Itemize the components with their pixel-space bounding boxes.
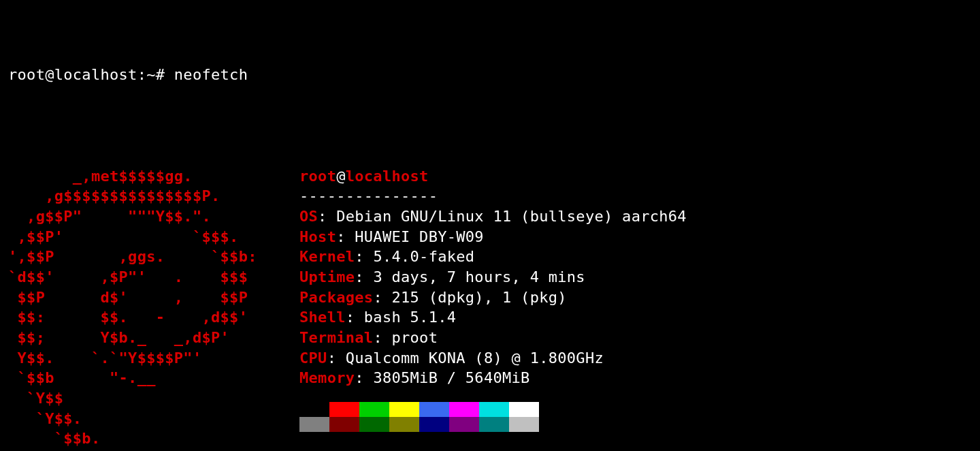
info-label-memory: Memory <box>299 369 355 386</box>
logo-line: ,g$$P" """Y$$.". <box>8 208 211 225</box>
swatch <box>419 402 449 417</box>
prompt-user-host: root@localhost <box>8 66 137 83</box>
prompt-sigil: # <box>156 66 165 83</box>
swatch <box>449 417 479 432</box>
header-dashes: --------------- <box>299 187 438 204</box>
swatch <box>509 402 539 417</box>
prompt-path: ~ <box>146 66 156 83</box>
swatch-row-dim <box>299 417 539 432</box>
info-label-kernel: Kernel <box>299 248 355 265</box>
info-sep: : <box>355 369 373 386</box>
swatch <box>479 417 509 432</box>
info-sep: : <box>336 228 355 245</box>
swatch <box>389 402 419 417</box>
swatch <box>509 417 539 432</box>
header-user: root <box>299 168 336 185</box>
swatch <box>479 402 509 417</box>
swatch <box>359 417 389 432</box>
info-sep: : <box>373 329 391 346</box>
swatch <box>359 402 389 417</box>
logo-line: `d$$' ,$P"' . $$$ <box>8 268 248 285</box>
color-swatches <box>299 402 687 432</box>
prompt-line-1: root@localhost:~# neofetch <box>8 65 972 85</box>
prompt-sep: : <box>137 66 147 83</box>
info-sep: : <box>327 349 346 367</box>
info-value-os: Debian GNU/Linux 11 (bullseye) aarch64 <box>336 208 687 225</box>
info-sep: : <box>318 208 336 225</box>
logo-line: $$: $$. - ,d$$' <box>8 309 248 326</box>
info-value-kernel: 5.4.0-faked <box>373 248 474 265</box>
info-label-host: Host <box>299 228 336 245</box>
info-value-cpu: Qualcomm KONA (8) @ 1.800GHz <box>346 349 604 367</box>
header-at: @ <box>336 168 346 185</box>
info-label-cpu: CPU <box>299 349 327 367</box>
info-value-packages: 215 (dpkg), 1 (pkg) <box>391 289 566 306</box>
swatch <box>299 402 329 417</box>
prompt-command: neofetch <box>174 66 248 83</box>
info-sep: : <box>355 248 373 265</box>
neofetch-info: root@localhost --------------- OS: Debia… <box>294 146 687 451</box>
swatch <box>419 417 449 432</box>
info-sep: : <box>346 309 364 326</box>
logo-line: Y$$. `.`"Y$$$$P"' <box>8 349 201 367</box>
logo-line: $$; Y$b._ _,d$P' <box>8 329 229 346</box>
info-label-uptime: Uptime <box>299 268 355 285</box>
info-label-shell: Shell <box>299 309 346 326</box>
logo-line: ,$$P' `$$$. <box>8 228 239 245</box>
terminal[interactable]: root@localhost:~# neofetch _,met$$$$$gg.… <box>0 0 980 451</box>
swatch <box>299 417 329 432</box>
logo-line: ',$$P ,ggs. `$$b: <box>8 248 257 265</box>
info-value-terminal: proot <box>391 329 438 346</box>
distro-ascii-logo: _,met$$$$$gg. ,g$$$$$$$$$$$$$$$P. ,g$$P"… <box>8 146 294 451</box>
info-sep: : <box>355 268 373 285</box>
logo-line: $$P d$' , $$P <box>8 289 248 306</box>
swatch <box>389 417 419 432</box>
logo-line: `$$b. <box>8 430 100 447</box>
info-value-host: HUAWEI DBY-W09 <box>355 228 484 245</box>
info-label-os: OS <box>299 208 318 225</box>
swatch <box>449 402 479 417</box>
logo-line: _,met$$$$$gg. <box>8 168 193 185</box>
logo-line: ,g$$$$$$$$$$$$$$$P. <box>8 187 220 204</box>
logo-line: `$$b "-.__ <box>8 369 156 386</box>
swatch-row-bright <box>299 402 539 417</box>
swatch <box>329 402 359 417</box>
info-value-shell: bash 5.1.4 <box>364 309 456 326</box>
info-sep: : <box>373 289 391 306</box>
info-value-uptime: 3 days, 7 hours, 4 mins <box>373 268 585 285</box>
info-value-memory: 3805MiB / 5640MiB <box>373 369 529 386</box>
info-label-terminal: Terminal <box>299 329 373 346</box>
swatch <box>329 417 359 432</box>
info-label-packages: Packages <box>299 289 373 306</box>
logo-line: `Y$$ <box>8 390 63 407</box>
header-host: localhost <box>346 168 429 185</box>
logo-line: `Y$$. <box>8 410 82 427</box>
